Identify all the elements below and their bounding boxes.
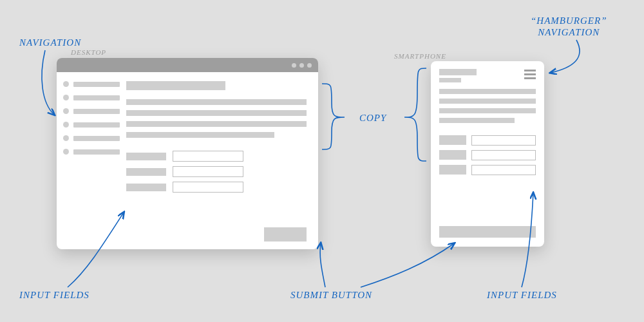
label-smartphone: SMARTPHONE — [394, 52, 446, 60]
form-row — [439, 135, 536, 146]
annotation-hamburger: “HAMBURGER”NAVIGATION — [531, 15, 607, 38]
form-label-placeholder — [439, 150, 466, 160]
nav-item — [63, 81, 120, 87]
desktop-sidebar-nav — [57, 72, 126, 249]
label-desktop: DESKTOP — [71, 48, 106, 56]
form-input-placeholder — [173, 166, 243, 177]
form-input-placeholder — [471, 135, 536, 146]
window-control-dot — [292, 63, 296, 68]
copy-line — [126, 110, 307, 116]
copy-line — [439, 99, 536, 104]
copy-line — [126, 132, 274, 138]
nav-item — [63, 122, 120, 128]
form-input-placeholder — [173, 182, 243, 193]
form-row — [439, 150, 536, 160]
nav-item — [63, 95, 120, 100]
form-label-placeholder — [439, 135, 466, 145]
copy-line — [439, 108, 536, 113]
form-row — [126, 151, 307, 162]
form-input-placeholder — [173, 151, 243, 162]
annotation-navigation: NAVIGATION — [19, 37, 81, 48]
desktop-wireframe — [57, 58, 318, 249]
submit-button-placeholder — [439, 226, 536, 238]
hamburger-icon — [524, 69, 536, 79]
desktop-titlebar — [57, 58, 318, 72]
form-label-placeholder — [439, 165, 466, 175]
form-label-placeholder — [126, 153, 166, 160]
nav-item — [63, 149, 120, 155]
form-input-placeholder — [471, 165, 536, 175]
phone-logo-placeholder — [439, 69, 477, 82]
submit-button-placeholder — [264, 227, 307, 242]
annotation-input-fields-right: INPUT FIELDS — [487, 290, 557, 301]
form-row — [126, 182, 307, 193]
nav-item — [63, 108, 120, 114]
annotation-copy: COPY — [359, 113, 386, 124]
copy-line — [126, 121, 307, 127]
form-label-placeholder — [126, 168, 166, 176]
smartphone-wireframe — [431, 61, 544, 247]
copy-line — [439, 89, 536, 94]
form-label-placeholder — [126, 184, 166, 191]
copy-line — [126, 99, 307, 105]
form-input-placeholder — [471, 150, 536, 160]
window-control-dot — [307, 63, 312, 68]
annotation-input-fields-left: INPUT FIELDS — [19, 290, 90, 301]
form-row — [126, 166, 307, 177]
window-control-dot — [299, 63, 304, 68]
desktop-main — [126, 72, 318, 249]
annotation-submit-button: SUBMIT BUTTON — [290, 290, 372, 301]
heading-placeholder — [126, 81, 225, 90]
nav-item — [63, 135, 120, 141]
form-row — [439, 165, 536, 175]
copy-line — [439, 118, 515, 123]
